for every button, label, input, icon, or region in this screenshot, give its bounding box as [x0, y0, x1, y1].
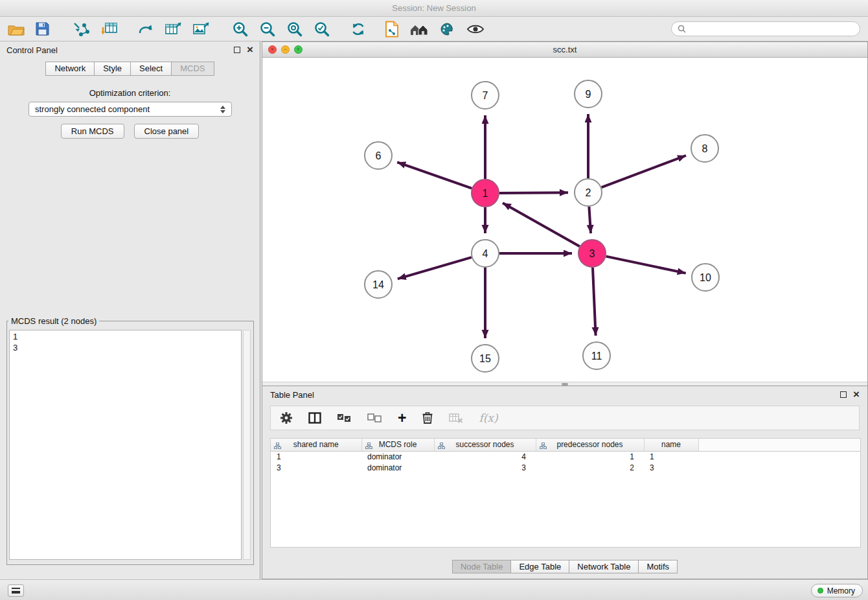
horizontal-scrollbar[interactable] [262, 382, 867, 386]
table-row[interactable]: 1dominator411 [271, 451, 860, 462]
memory-button[interactable]: Memory [811, 584, 863, 597]
add-row-button[interactable]: + [398, 408, 406, 428]
result-scrollbar[interactable] [243, 330, 251, 560]
column-tree-icon [540, 442, 547, 451]
gear-icon [280, 411, 293, 424]
float-table-panel-icon[interactable] [840, 391, 847, 398]
table-cell[interactable]: 4 [434, 451, 536, 462]
table-cell[interactable]: 1 [271, 451, 361, 462]
graph-edge-2-8[interactable] [602, 156, 686, 187]
delete-table-button[interactable] [449, 408, 463, 428]
columns-icon [308, 412, 321, 424]
table-cell-filler [698, 451, 860, 462]
import-document-button[interactable] [385, 19, 399, 40]
graph-edge-3-11[interactable] [593, 268, 596, 336]
export-image-button[interactable] [192, 19, 210, 40]
graph-node-8[interactable]: 8 [691, 135, 718, 162]
column-header-shared-name[interactable]: shared name [271, 439, 361, 451]
table-cell[interactable]: 3 [644, 462, 698, 473]
column-tree-icon [274, 442, 281, 451]
import-table-button[interactable] [100, 19, 118, 40]
optimization-label: Optimization criterion: [0, 88, 260, 98]
style-button[interactable] [439, 19, 456, 40]
table-panel: Table Panel × [262, 386, 868, 579]
close-window-button[interactable]: × [268, 45, 277, 54]
graph-node-4[interactable]: 4 [472, 240, 499, 267]
table-cell[interactable]: dominator [361, 451, 434, 462]
float-panel-icon[interactable] [234, 47, 240, 53]
graph-edge-4-14[interactable] [398, 257, 472, 279]
svg-text:10: 10 [700, 272, 711, 283]
column-header-successor-nodes[interactable]: successor nodes [434, 439, 536, 451]
zoom-selected-icon [314, 21, 330, 38]
maximize-window-button[interactable]: + [294, 45, 303, 54]
export-table-button[interactable] [165, 19, 182, 40]
graph-node-6[interactable]: 6 [365, 142, 392, 169]
open-session-button[interactable] [8, 19, 25, 40]
run-mcds-button[interactable]: Run MCDS [61, 124, 124, 139]
minimize-window-button[interactable]: − [281, 45, 290, 54]
tab-node-table[interactable]: Node Table [452, 560, 512, 573]
mcds-result-list[interactable]: 13 [9, 330, 242, 560]
save-session-button[interactable] [35, 19, 50, 40]
graph-node-14[interactable]: 14 [365, 271, 392, 298]
close-panel-button[interactable]: Close panel [134, 124, 200, 139]
graph-node-15[interactable]: 15 [472, 345, 499, 372]
optimization-dropdown[interactable]: strongly connected component [29, 102, 232, 117]
zoom-out-button[interactable] [259, 19, 276, 40]
graph-node-7[interactable]: 7 [472, 82, 499, 109]
column-header-name[interactable]: name [644, 439, 698, 451]
zoom-fit-button[interactable] [286, 19, 303, 40]
tab-mcds[interactable]: MCDS [172, 62, 214, 76]
task-history-button[interactable] [8, 584, 24, 597]
zoom-selected-button[interactable] [314, 19, 330, 40]
column-header-mcds-role[interactable]: MCDS role [361, 439, 434, 451]
refresh-button[interactable] [350, 19, 367, 40]
graph-node-3[interactable]: 3 [578, 240, 606, 267]
function-builder-button[interactable]: f(x) [479, 408, 497, 428]
graph-node-10[interactable]: 10 [692, 264, 719, 291]
network-canvas[interactable]: 7968124314101511 [262, 58, 867, 382]
undo-button[interactable] [137, 19, 154, 40]
import-network-button[interactable] [72, 19, 90, 40]
tab-style[interactable]: Style [95, 62, 131, 76]
search-field[interactable] [671, 21, 860, 36]
graph-edge-3-10[interactable] [606, 257, 686, 273]
table-cell[interactable]: 2 [536, 462, 644, 473]
visibility-button[interactable] [466, 19, 485, 40]
graph-edge-2-3[interactable] [589, 207, 591, 233]
select-all-button[interactable] [337, 408, 352, 428]
table-cell[interactable]: 3 [434, 462, 536, 473]
delete-row-button[interactable] [422, 408, 433, 428]
column-header-predecessor-nodes[interactable]: predecessor nodes [536, 439, 644, 451]
zoom-in-button[interactable] [232, 19, 249, 40]
tab-motifs[interactable]: Motifs [639, 560, 678, 573]
close-table-panel-icon[interactable]: × [853, 391, 860, 398]
show-columns-button[interactable] [308, 408, 321, 428]
table-cell[interactable]: 3 [271, 462, 361, 473]
graph-node-9[interactable]: 9 [575, 80, 602, 108]
tab-network-table[interactable]: Network Table [569, 560, 639, 573]
table-settings-button[interactable] [280, 408, 293, 428]
tab-network[interactable]: Network [45, 62, 95, 76]
table-row[interactable]: 3dominator323 [271, 462, 860, 473]
close-panel-icon[interactable]: × [247, 47, 253, 53]
graph-svg[interactable]: 7968124314101511 [262, 58, 867, 382]
table-cell[interactable]: 1 [536, 451, 644, 462]
graph-node-11[interactable]: 11 [583, 342, 610, 369]
graph-node-1[interactable]: 1 [472, 179, 499, 207]
tab-edge-table[interactable]: Edge Table [511, 560, 569, 573]
graph-edge-3-1[interactable] [503, 203, 580, 246]
table-cell[interactable]: dominator [361, 462, 434, 473]
deselect-all-button[interactable] [367, 408, 382, 428]
tab-select[interactable]: Select [131, 62, 172, 76]
graph-edge-1-2[interactable] [499, 192, 568, 193]
home-button[interactable] [409, 19, 429, 40]
scrollbar-thumb[interactable] [562, 383, 568, 386]
table-cell[interactable]: 1 [644, 451, 698, 462]
search-input[interactable] [689, 25, 854, 34]
mcds-result-title: MCDS result (2 nodes) [8, 316, 99, 326]
graph-edge-1-6[interactable] [397, 162, 472, 188]
delete-table-icon [449, 413, 463, 423]
graph-node-2[interactable]: 2 [575, 179, 602, 206]
